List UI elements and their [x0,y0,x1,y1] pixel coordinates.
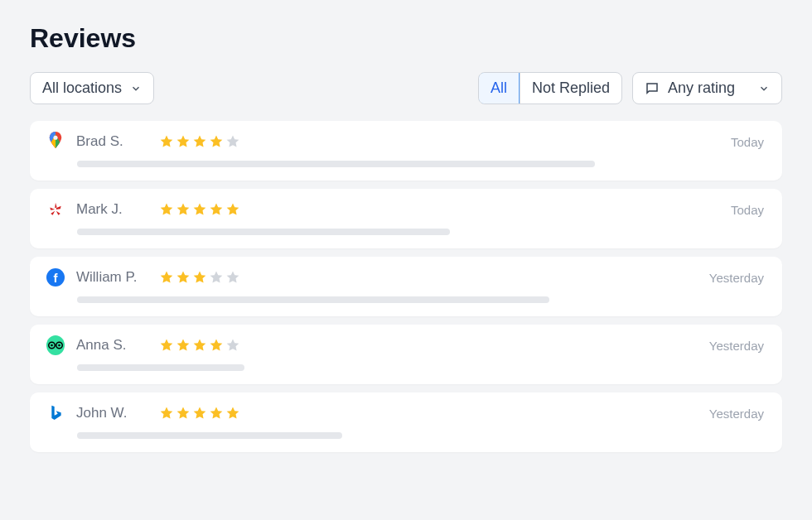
reviewer-name: Anna S. [76,337,147,354]
chevron-down-icon [130,83,142,94]
page-title: Reviews [30,23,782,54]
review-card[interactable]: Mark J.Today [30,189,782,248]
reply-filter-segmented: All Not Replied [478,72,622,104]
reviews-list: Brad S.TodayMark J.TodayfWilliam P.Yeste… [30,121,782,452]
review-text-placeholder [77,432,342,439]
star-rating [159,406,240,421]
location-filter-dropdown[interactable]: All locations [30,72,154,104]
bing-icon [46,404,65,422]
review-time: Yesterday [709,407,764,421]
svg-point-4 [58,344,60,347]
review-text-placeholder [77,161,595,167]
google-icon [46,132,65,151]
star-rating [159,202,240,217]
star-rating [159,270,240,285]
chat-icon [645,81,660,96]
review-time: Today [731,135,764,149]
yelp-icon [46,200,65,219]
facebook-icon: f [46,268,65,286]
review-time: Yesterday [709,339,764,353]
tripadvisor-icon [46,336,65,354]
svg-point-0 [53,136,57,140]
chevron-down-icon [758,83,770,94]
review-text-placeholder [77,296,549,303]
review-time: Yesterday [709,271,764,285]
review-text-placeholder [77,229,450,235]
review-text-placeholder [77,364,244,371]
review-time: Today [731,203,764,217]
rating-filter-label: Any rating [668,79,735,97]
review-card[interactable]: John W.Yesterday [30,392,782,452]
rating-filter-dropdown[interactable]: Any rating [632,72,782,104]
reviewer-name: Mark J. [76,201,147,218]
star-rating [159,338,240,353]
review-card[interactable]: Brad S.Today [30,121,782,181]
reviewer-name: John W. [76,405,147,421]
review-card[interactable]: Anna S.Yesterday [30,325,782,384]
svg-point-3 [51,344,53,347]
review-card[interactable]: fWilliam P.Yesterday [30,257,782,316]
star-rating [159,134,240,149]
reply-filter-not-replied[interactable]: Not Replied [520,73,621,104]
controls-row: All locations All Not Replied Any rating [30,72,782,104]
reviewer-name: Brad S. [76,133,147,150]
location-filter-label: All locations [42,79,122,97]
reviewer-name: William P. [76,269,147,286]
reply-filter-all[interactable]: All [478,72,520,104]
